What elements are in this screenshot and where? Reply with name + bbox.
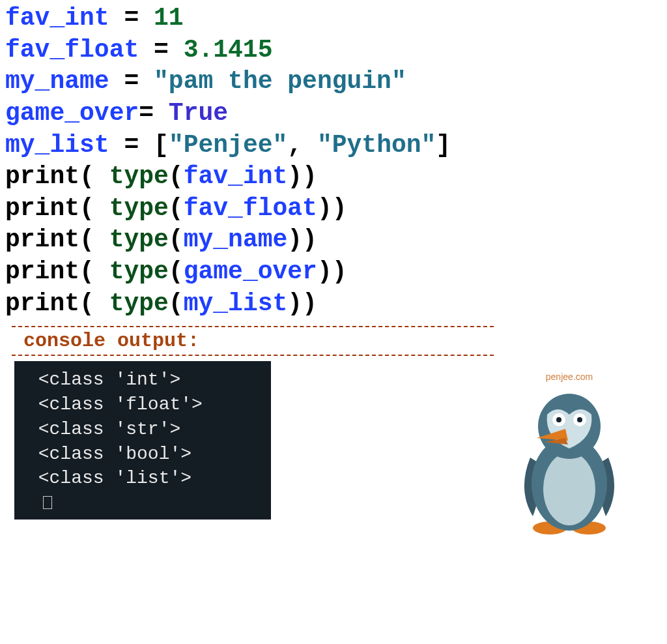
console-output-label: console output:	[23, 330, 662, 352]
separator-top	[12, 326, 494, 327]
penguin-caption: penjee.com	[498, 372, 641, 382]
separator-bottom	[12, 355, 494, 356]
svg-point-8	[577, 417, 582, 422]
svg-point-3	[543, 452, 595, 525]
python-source-code: fav_int = 11fav_float = 3.1415my_name = …	[5, 3, 662, 319]
console-output: <class 'int'> <class 'float'> <class 'st…	[14, 361, 271, 520]
penguin-icon	[511, 386, 628, 536]
svg-point-7	[556, 417, 561, 422]
penguin-mascot: penjee.com	[498, 372, 641, 539]
